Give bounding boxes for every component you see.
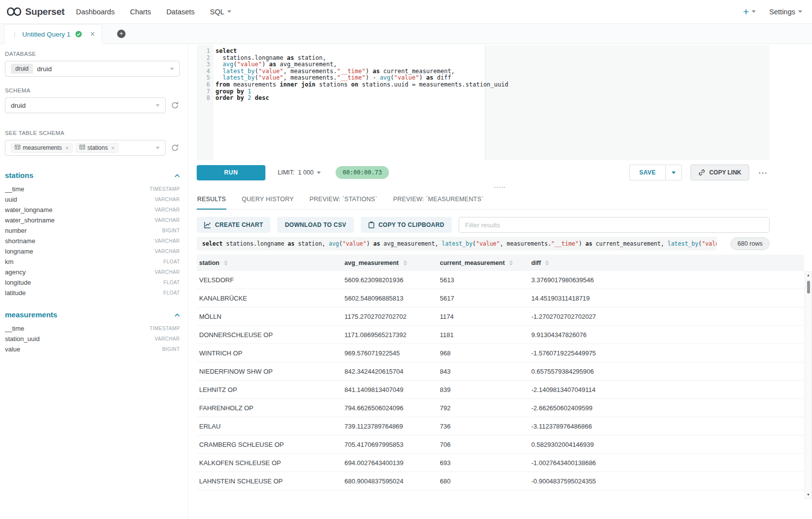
schema-select[interactable]: druid [5, 97, 166, 113]
nav-item-sql[interactable]: SQL [210, 8, 231, 16]
refresh-icon [171, 101, 179, 109]
results-tab-preview-stations[interactable]: PREVIEW: `STATIONS` [309, 190, 378, 209]
sql-editor[interactable]: 12345678 select stations.longname as sta… [197, 45, 769, 160]
results-tab-results[interactable]: RESULTS [197, 190, 226, 210]
database-label: DATABASE [5, 51, 180, 57]
table-select[interactable]: measurements×stations× [5, 140, 166, 156]
sql-token: avg [380, 74, 390, 81]
table-row: KALKOFEN SCHLEUSE OP694.0027643400139693… [197, 454, 804, 472]
cell: 9.91304347826076 [529, 331, 804, 339]
column-name: uuid [5, 196, 17, 203]
results-tab-query-history[interactable]: QUERY HISTORY [241, 190, 294, 209]
limit-label: LIMIT: [278, 169, 295, 176]
line-number: 6 [197, 82, 210, 88]
link-icon [698, 169, 705, 176]
run-button[interactable]: RUN [197, 165, 265, 180]
sql-token: as [426, 74, 433, 81]
line-number: 1 [197, 48, 210, 55]
save-button[interactable]: SAVE [629, 165, 665, 180]
settings-label: Settings [769, 8, 795, 16]
sql-token: diff [433, 74, 451, 81]
database-value: druid [37, 65, 52, 73]
table-icon [80, 144, 85, 151]
results-tabs: RESULTSQUERY HISTORYPREVIEW: `STATIONS`P… [197, 190, 769, 210]
limit-dropdown[interactable]: LIMIT: 1 000 [278, 169, 321, 176]
close-tab-icon[interactable]: × [90, 31, 95, 38]
column-row: water_longnameVARCHAR [5, 205, 180, 215]
save-button-group: SAVE [629, 165, 682, 180]
line-number: 2 [197, 55, 210, 62]
column-header-diff[interactable]: diff [529, 255, 804, 271]
sort-icon [509, 260, 513, 265]
refresh-schemas-button[interactable] [170, 100, 180, 110]
column-header-station[interactable]: station [197, 255, 342, 271]
sql-token: avg_measurement, [380, 240, 442, 247]
table-icon [15, 144, 20, 150]
cell: 680.9004837595024 [342, 477, 437, 485]
cell: 5609.623098201936 [342, 276, 437, 284]
scrollbar-thumb[interactable] [807, 281, 810, 294]
table-icon [15, 144, 20, 151]
sort-asc-icon [224, 260, 228, 262]
copy-link-button[interactable]: COPY LINK [690, 165, 749, 180]
settings-menu[interactable]: Settings [769, 8, 802, 16]
cell: 1181 [437, 331, 529, 339]
new-tab-button[interactable]: + [117, 30, 126, 38]
sql-token: "value" [702, 240, 717, 247]
pane-resize-handle[interactable]: ••••• [188, 184, 812, 190]
sql-token: ) [262, 61, 269, 68]
code-line: latest_by("value", measurements."__time"… [215, 75, 769, 82]
sql-token: "value" [237, 61, 262, 68]
sort-asc-icon [403, 260, 407, 262]
query-tab[interactable]: ⋮ Untitled Query 1 × [4, 24, 102, 44]
table-schema-header[interactable]: stations [5, 171, 180, 179]
cell: 5602.548096885813 [342, 295, 437, 302]
table-schema-header[interactable]: measurements [5, 310, 180, 319]
database-select[interactable]: druid druid [5, 61, 180, 77]
sql-token: ( [255, 68, 258, 75]
nav-item-dashboards[interactable]: Dashboards [76, 8, 115, 16]
table-schemas: stations__timeTIMESTAMPuuidVARCHARwater_… [5, 171, 180, 354]
column-header-avg_measurement[interactable]: avg_measurement [342, 255, 437, 271]
brand[interactable]: Superset [7, 6, 65, 17]
scroll-down-icon[interactable]: ▼ [807, 493, 810, 497]
cell: -2.1409813407049114 [529, 386, 804, 393]
remove-tag-icon[interactable]: × [111, 145, 114, 151]
column-type: BIGINT [162, 228, 180, 233]
table-row: CRAMBERG SCHLEUSE OP705.4170697995853706… [197, 435, 804, 454]
download-csv-label: DOWNLOAD TO CSV [285, 221, 346, 228]
cell: 739.1123789764869 [342, 423, 437, 430]
sql-token: as [373, 68, 380, 75]
table-row: WINTRICH OP969.576071922545968-1.5760719… [197, 344, 804, 362]
create-chart-label: CREATE CHART [215, 221, 263, 228]
resize-dots-icon: ••••• [494, 185, 506, 189]
sqllab-main: 12345678 select stations.longname as sta… [188, 44, 812, 519]
table-name: stations [5, 171, 34, 179]
create-chart-button[interactable]: CREATE CHART [197, 217, 270, 233]
nav-item-charts[interactable]: Charts [130, 8, 151, 16]
more-options-icon[interactable]: ⋯ [756, 167, 769, 178]
download-csv-button[interactable]: DOWNLOAD TO CSV [277, 217, 353, 233]
sql-token: "value" [476, 240, 500, 247]
cell: 1175.2702702702702 [342, 313, 437, 320]
remove-tag-icon[interactable]: × [65, 145, 68, 151]
results-scrollbar[interactable]: ▲ ▼ [805, 271, 812, 499]
sql-token: from [215, 81, 230, 88]
sql-token [244, 88, 248, 95]
copy-clipboard-button[interactable]: COPY TO CLIPBOARD [361, 217, 452, 233]
column-name: longname [5, 248, 33, 255]
results-tab-preview-measurements[interactable]: PREVIEW: `MEASUREMENTS` [392, 190, 484, 209]
scroll-up-icon[interactable]: ▲ [807, 273, 810, 277]
table-schema-label: SEE TABLE SCHEMA [5, 130, 180, 136]
column-type: VARCHAR [155, 269, 180, 275]
refresh-tables-button[interactable] [170, 143, 180, 153]
nav-item-datasets[interactable]: Datasets [167, 8, 195, 16]
sql-token: select [202, 240, 223, 247]
filter-results-input[interactable] [459, 217, 769, 233]
new-item-button[interactable]: + [743, 7, 755, 17]
column-header-current_measurement[interactable]: current_measurement [437, 255, 529, 271]
sqllab-sidebar: DATABASE druid druid SCHEMA druid [0, 44, 188, 519]
column-name: shortname [5, 237, 35, 245]
sql-token: stations.longname [215, 54, 287, 61]
save-dropdown-button[interactable] [665, 165, 682, 180]
